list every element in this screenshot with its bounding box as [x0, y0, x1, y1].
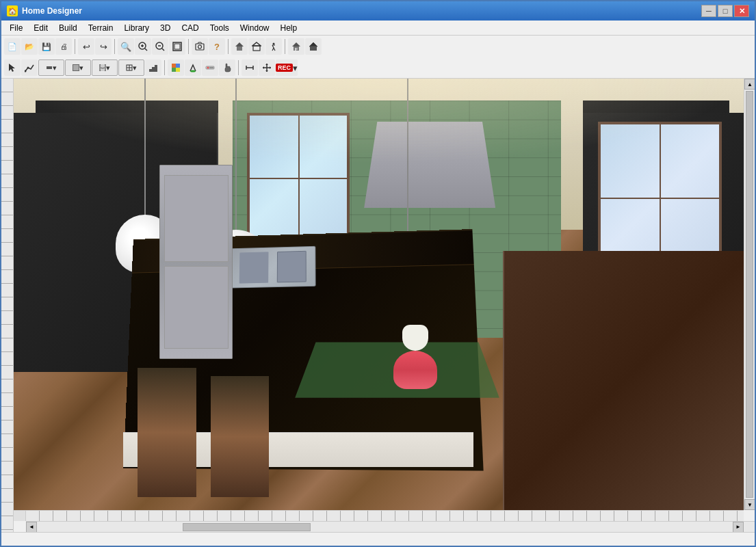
- wall-dropdown[interactable]: ▾: [38, 59, 64, 76]
- pendant-cord-2: [235, 79, 237, 230]
- maximize-button[interactable]: □: [718, 5, 733, 17]
- svg-line-1: [145, 49, 147, 51]
- aerial-button[interactable]: [305, 38, 322, 55]
- scrollbar-corner: [744, 510, 755, 521]
- svg-rect-27: [73, 65, 76, 68]
- menu-tools[interactable]: Tools: [205, 22, 235, 34]
- undo-button[interactable]: ↩: [78, 38, 94, 55]
- save-button[interactable]: 💾: [38, 38, 55, 55]
- svg-marker-22: [9, 64, 15, 72]
- redo-button[interactable]: ↪: [95, 38, 112, 55]
- sep5: [285, 39, 285, 54]
- cabinet-dropdown[interactable]: ▾: [65, 59, 91, 76]
- stair-tool[interactable]: [145, 59, 161, 76]
- menu-help[interactable]: Help: [274, 22, 302, 34]
- door-dropdown[interactable]: ▾: [92, 59, 118, 76]
- svg-rect-8: [174, 44, 180, 49]
- svg-rect-38: [155, 65, 157, 72]
- main-area: ▲ ▼ ◄ ►: [1, 79, 755, 532]
- sep6: [164, 60, 165, 75]
- zoom-fit-button[interactable]: 🔍: [118, 38, 134, 55]
- svg-point-43: [190, 70, 196, 72]
- roof-button[interactable]: [248, 38, 265, 55]
- close-button[interactable]: ✕: [734, 5, 749, 17]
- scroll-down-button[interactable]: ▼: [744, 499, 755, 510]
- pendant-cord-3: [407, 79, 408, 250]
- paint-tool[interactable]: [185, 59, 201, 76]
- svg-rect-21: [310, 46, 317, 51]
- sep3: [188, 39, 189, 54]
- new-button[interactable]: 📄: [4, 38, 21, 55]
- zoom-out-button[interactable]: [152, 38, 168, 55]
- svg-rect-37: [152, 67, 155, 72]
- zoom-in-button[interactable]: [135, 38, 151, 55]
- help-button[interactable]: ?: [209, 38, 225, 55]
- svg-line-5: [162, 49, 164, 51]
- svg-point-15: [273, 43, 275, 45]
- scroll-right-button[interactable]: ►: [733, 522, 744, 533]
- barstool-2: [211, 376, 269, 497]
- svg-rect-28: [76, 65, 79, 68]
- scroll-left-button[interactable]: ◄: [26, 522, 37, 533]
- window-right: [598, 122, 722, 273]
- menu-edit[interactable]: Edit: [28, 22, 53, 34]
- walk-button[interactable]: [265, 38, 282, 55]
- sep4: [228, 39, 229, 54]
- menu-file[interactable]: File: [4, 22, 28, 34]
- svg-rect-36: [149, 69, 152, 72]
- overview-button[interactable]: [288, 38, 304, 55]
- hand-tool[interactable]: [219, 59, 235, 76]
- flower-vase: [393, 325, 437, 390]
- sep1: [75, 39, 75, 54]
- dimension-tool[interactable]: [242, 59, 258, 76]
- menu-terrain[interactable]: Terrain: [83, 22, 119, 34]
- print-button[interactable]: 🖨: [55, 38, 72, 55]
- rec-button[interactable]: REC▾: [276, 59, 298, 76]
- polyline-tool[interactable]: [21, 59, 38, 76]
- exterior-button[interactable]: [231, 38, 248, 55]
- ruler-left: [1, 79, 14, 532]
- select-tool[interactable]: [4, 59, 21, 76]
- title-bar: 🏠 Home Designer ─ □ ✕: [1, 1, 755, 21]
- menu-library[interactable]: Library: [118, 22, 155, 34]
- canvas[interactable]: [14, 79, 744, 510]
- material-tool[interactable]: [168, 59, 184, 76]
- main-window: 🏠 Home Designer ─ □ ✕ File Edit Build Te…: [0, 0, 756, 547]
- sink-basin-left: [239, 252, 269, 283]
- minimize-button[interactable]: ─: [701, 5, 716, 17]
- fullscreen-button[interactable]: [169, 38, 185, 55]
- kitchen-scene: [14, 79, 744, 510]
- menu-cad[interactable]: CAD: [176, 22, 204, 34]
- scroll-thumb-v[interactable]: [746, 91, 753, 498]
- svg-rect-39: [172, 64, 176, 68]
- menu-bar: File Edit Build Terrain Library 3D CAD T…: [1, 21, 755, 36]
- scroll-up-button[interactable]: ▲: [744, 79, 755, 90]
- svg-point-45: [207, 67, 209, 69]
- svg-point-24: [27, 67, 29, 69]
- transform-tool[interactable]: [259, 59, 275, 76]
- svg-rect-18: [295, 48, 296, 51]
- window-dropdown[interactable]: ▾: [118, 59, 144, 76]
- menu-build[interactable]: Build: [53, 22, 83, 34]
- texture-tool[interactable]: [202, 59, 218, 76]
- window-controls: ─ □ ✕: [701, 5, 749, 17]
- open-button[interactable]: 📂: [21, 38, 38, 55]
- svg-rect-42: [176, 68, 180, 72]
- scrollbar-vertical: ▲ ▼: [744, 79, 755, 510]
- scroll-thumb-h[interactable]: [183, 523, 311, 531]
- window-title: Home Designer: [22, 6, 701, 16]
- refrigerator: [159, 165, 233, 359]
- barstool-1: [138, 368, 196, 497]
- ruler-corner: [14, 510, 26, 521]
- scrollbar-horizontal: ◄ ►: [26, 521, 755, 532]
- svg-rect-12: [237, 46, 242, 51]
- menu-window[interactable]: Window: [235, 22, 275, 34]
- svg-rect-40: [176, 64, 180, 68]
- svg-rect-14: [253, 46, 260, 51]
- menu-3d[interactable]: 3D: [155, 22, 176, 34]
- svg-marker-11: [235, 42, 244, 46]
- svg-rect-9: [196, 44, 204, 50]
- dining-area: [503, 251, 744, 510]
- svg-marker-20: [309, 42, 317, 46]
- camera-button[interactable]: [192, 38, 208, 55]
